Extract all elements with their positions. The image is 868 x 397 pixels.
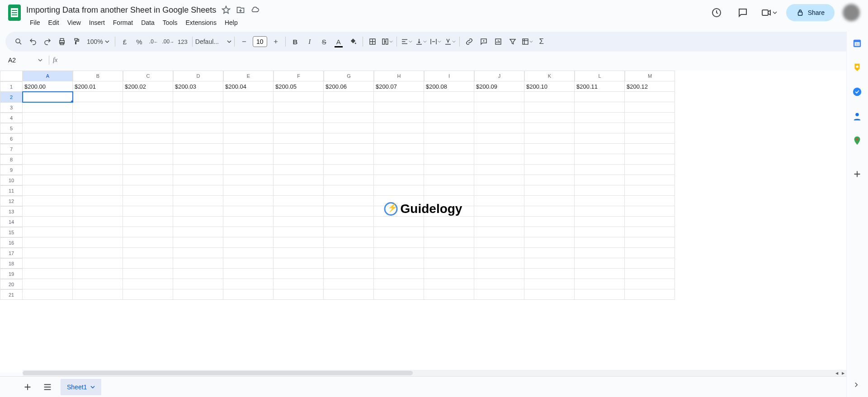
cell[interactable] xyxy=(575,237,625,248)
cell[interactable] xyxy=(223,102,274,113)
cell[interactable] xyxy=(274,279,324,289)
cell[interactable] xyxy=(223,269,274,279)
cell[interactable] xyxy=(575,217,625,227)
cell[interactable]: $200.07 xyxy=(374,81,424,92)
cell[interactable] xyxy=(524,217,575,227)
horizontal-align-button[interactable] xyxy=(400,35,413,48)
cell[interactable] xyxy=(625,196,675,206)
cell[interactable] xyxy=(173,196,223,206)
cell[interactable] xyxy=(123,279,173,289)
cell[interactable] xyxy=(424,92,474,102)
cell[interactable] xyxy=(374,144,424,154)
cell[interactable] xyxy=(223,133,274,144)
cell[interactable] xyxy=(73,217,123,227)
column-header[interactable]: H xyxy=(374,71,424,81)
menu-format[interactable]: Format xyxy=(109,17,137,28)
cell[interactable] xyxy=(424,206,474,217)
cell[interactable] xyxy=(524,289,575,300)
menu-view[interactable]: View xyxy=(64,17,85,28)
bold-button[interactable]: B xyxy=(288,35,302,48)
cell[interactable] xyxy=(424,237,474,248)
cell[interactable] xyxy=(274,102,324,113)
meet-button[interactable] xyxy=(760,4,778,22)
increase-font-size-button[interactable] xyxy=(269,35,283,48)
cell[interactable]: $200.08 xyxy=(424,81,474,92)
tasks-icon[interactable] xyxy=(852,87,863,98)
cell[interactable] xyxy=(575,144,625,154)
all-sheets-button[interactable] xyxy=(41,380,54,394)
row-header[interactable]: 2 xyxy=(0,92,23,102)
cell[interactable] xyxy=(374,237,424,248)
spreadsheet-grid[interactable]: ABCDEFGHIJKLM1$200.00$200.01$200.02$200.… xyxy=(0,71,846,300)
cell[interactable] xyxy=(23,206,73,217)
sheets-logo[interactable] xyxy=(5,4,24,22)
cell[interactable] xyxy=(274,154,324,165)
cell[interactable] xyxy=(625,227,675,237)
cell[interactable] xyxy=(173,237,223,248)
hide-side-panel-icon[interactable] xyxy=(852,381,863,392)
cell[interactable] xyxy=(324,154,374,165)
cell[interactable] xyxy=(524,144,575,154)
cell[interactable] xyxy=(625,248,675,258)
menu-extensions[interactable]: Extensions xyxy=(182,17,220,28)
font-family-dropdown[interactable]: Defaul... xyxy=(195,35,231,48)
get-addons-icon[interactable] xyxy=(852,169,863,180)
cell[interactable] xyxy=(73,154,123,165)
search-menus-icon[interactable] xyxy=(12,35,25,48)
paint-format-icon[interactable] xyxy=(70,35,83,48)
row-header[interactable]: 9 xyxy=(0,165,23,175)
cell[interactable]: $200.12 xyxy=(625,81,675,92)
cell[interactable] xyxy=(23,154,73,165)
zoom-dropdown[interactable]: 100% xyxy=(84,35,112,48)
cell[interactable] xyxy=(274,133,324,144)
cell[interactable] xyxy=(173,92,223,102)
cell[interactable] xyxy=(324,289,374,300)
cell[interactable] xyxy=(424,165,474,175)
row-header[interactable]: 4 xyxy=(0,113,23,123)
cell[interactable] xyxy=(424,217,474,227)
cell[interactable] xyxy=(274,165,324,175)
cell[interactable] xyxy=(73,102,123,113)
cell[interactable] xyxy=(474,206,524,217)
cell[interactable] xyxy=(575,102,625,113)
cell[interactable] xyxy=(424,269,474,279)
formula-bar-input[interactable] xyxy=(61,57,863,64)
cell[interactable] xyxy=(474,113,524,123)
menu-data[interactable]: Data xyxy=(137,17,158,28)
cell[interactable] xyxy=(223,289,274,300)
redo-icon[interactable] xyxy=(41,35,54,48)
cell[interactable] xyxy=(374,123,424,133)
cell[interactable] xyxy=(625,258,675,269)
cell[interactable] xyxy=(474,123,524,133)
cell[interactable] xyxy=(524,279,575,289)
cell[interactable] xyxy=(73,165,123,175)
cell[interactable] xyxy=(524,133,575,144)
cell[interactable] xyxy=(73,185,123,196)
column-header[interactable]: L xyxy=(575,71,625,81)
cell[interactable]: $200.09 xyxy=(474,81,524,92)
cell[interactable] xyxy=(324,102,374,113)
sheet-tab-sheet1[interactable]: Sheet1 xyxy=(61,379,101,395)
cell[interactable] xyxy=(575,196,625,206)
cell[interactable]: $200.11 xyxy=(575,81,625,92)
cell[interactable] xyxy=(324,258,374,269)
cell[interactable] xyxy=(123,123,173,133)
cell[interactable] xyxy=(524,92,575,102)
cell[interactable] xyxy=(625,279,675,289)
cell[interactable] xyxy=(173,279,223,289)
cell[interactable] xyxy=(625,175,675,185)
filter-button[interactable] xyxy=(506,35,519,48)
cell[interactable] xyxy=(73,123,123,133)
cell[interactable] xyxy=(324,92,374,102)
cell[interactable] xyxy=(223,227,274,237)
cell[interactable] xyxy=(474,102,524,113)
percent-button[interactable]: % xyxy=(132,35,146,48)
cell[interactable] xyxy=(474,196,524,206)
move-icon[interactable] xyxy=(236,5,245,14)
cell[interactable] xyxy=(73,269,123,279)
cell[interactable] xyxy=(173,217,223,227)
cell[interactable] xyxy=(575,92,625,102)
cell[interactable] xyxy=(324,175,374,185)
cell[interactable] xyxy=(123,248,173,258)
cell[interactable] xyxy=(524,248,575,258)
